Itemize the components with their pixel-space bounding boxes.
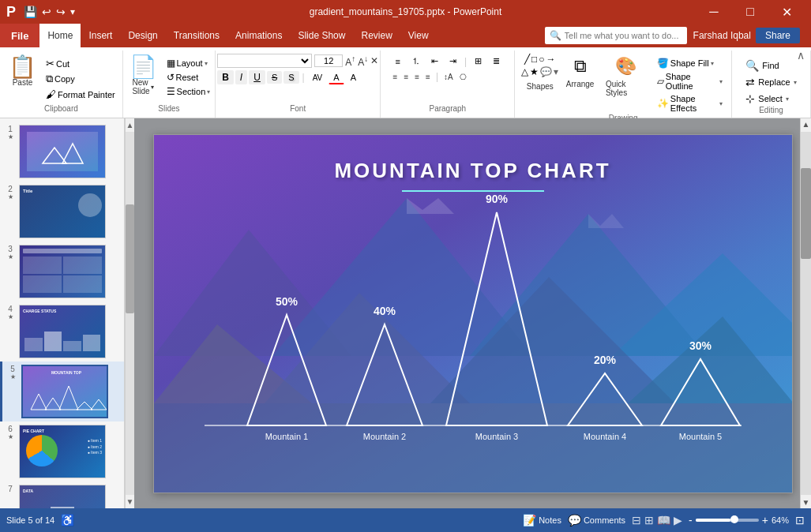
canvas-scroll-thumb[interactable] bbox=[801, 168, 811, 259]
shape-effects-button[interactable]: ✨ Shape Effects ▾ bbox=[655, 93, 725, 114]
font-ribbon-group: A↑ A↓ ✕ B I U S S | AV A A Font bbox=[216, 51, 381, 118]
fit-slide-button[interactable]: ⊡ bbox=[795, 514, 805, 526]
strikethrough-button[interactable]: S bbox=[267, 71, 282, 84]
bullets-button[interactable]: ≡ bbox=[391, 55, 405, 68]
slide-panel-scrollbar[interactable]: ▲ ▼ bbox=[125, 118, 134, 508]
tab-review[interactable]: Review bbox=[353, 24, 400, 47]
minimize-button[interactable]: ─ bbox=[696, 0, 732, 24]
svg-text:20%: 20% bbox=[593, 354, 616, 366]
shape-outline-button[interactable]: ▱ Shape Outline ▾ bbox=[655, 71, 725, 92]
underline-button[interactable]: U bbox=[249, 70, 265, 84]
canvas-scroll-up-button[interactable]: ▲ bbox=[801, 118, 811, 130]
zoom-slider[interactable] bbox=[696, 519, 759, 522]
slide-thumb-4[interactable]: 4 ★ CHARGE STATUS bbox=[0, 302, 124, 362]
canvas-scroll-track[interactable] bbox=[801, 132, 811, 495]
decrease-font-size-button[interactable]: A↓ bbox=[358, 54, 368, 68]
save-icon[interactable]: 💾 bbox=[24, 6, 37, 18]
slide-thumb-6[interactable]: 6 ★ PIE CHART ● Item 1● Item 2● Item 3 bbox=[0, 421, 124, 481]
canvas-scrollbar[interactable]: ▲ ▼ bbox=[800, 118, 811, 508]
main-area: 1 ★ 2 ★ Title bbox=[0, 118, 811, 508]
reading-view-button[interactable]: 📖 bbox=[657, 514, 670, 526]
shape-fill-icon: 🪣 bbox=[657, 58, 669, 69]
text-direction-button[interactable]: ↕A bbox=[441, 72, 456, 82]
text-highlight-button[interactable]: A bbox=[346, 71, 361, 84]
tab-animations[interactable]: Animations bbox=[227, 24, 290, 47]
slide-thumb-2[interactable]: 2 ★ Title bbox=[0, 182, 124, 242]
slide-thumb-3[interactable]: 3 ★ bbox=[0, 242, 124, 302]
clear-formatting-button[interactable]: ✕ bbox=[370, 55, 378, 66]
tab-design[interactable]: Design bbox=[120, 24, 165, 47]
new-slide-button[interactable]: 📄 New Slide ▾ bbox=[126, 54, 161, 98]
scroll-thumb[interactable] bbox=[126, 204, 134, 313]
find-button[interactable]: 🔍 Find bbox=[743, 58, 798, 73]
zoom-out-button[interactable]: - bbox=[689, 514, 693, 526]
zoom-slider-thumb[interactable] bbox=[730, 515, 738, 523]
file-menu-button[interactable]: File bbox=[0, 24, 39, 47]
customize-icon[interactable]: ▾ bbox=[70, 6, 75, 17]
format-painter-button[interactable]: 🖌 Format Painter bbox=[43, 88, 118, 101]
convert-smartart-button[interactable]: ⎔ bbox=[457, 72, 469, 82]
align-left-button[interactable]: ≡ bbox=[391, 72, 400, 82]
increase-indent-button[interactable]: ⇥ bbox=[445, 54, 461, 68]
slide-thumb-1[interactable]: 1 ★ bbox=[0, 122, 124, 182]
close-button[interactable]: ✕ bbox=[768, 0, 805, 24]
increase-font-size-button[interactable]: A↑ bbox=[345, 54, 355, 68]
font-color-button[interactable]: A bbox=[329, 71, 344, 84]
share-button[interactable]: Share bbox=[756, 28, 800, 43]
replace-button[interactable]: ⇄ Replace ▾ bbox=[743, 75, 798, 89]
paste-label: Paste bbox=[13, 78, 33, 87]
layout-button[interactable]: ▦ Layout ▾ bbox=[164, 57, 213, 69]
tab-insert[interactable]: Insert bbox=[81, 24, 120, 47]
shapes-palette[interactable]: ╱ □ ○ → △ ★ 💬 ▾ Shapes bbox=[521, 54, 558, 114]
select-button[interactable]: ⊹ Select ▾ bbox=[743, 92, 798, 106]
tab-home[interactable]: Home bbox=[39, 24, 81, 47]
arrange-button[interactable]: ⧉ Arrange bbox=[563, 54, 597, 114]
section-button[interactable]: ☰ Section ▾ bbox=[164, 85, 213, 98]
quick-styles-button[interactable]: 🎨 Quick Styles bbox=[602, 54, 650, 114]
bold-button[interactable]: B bbox=[217, 70, 234, 84]
scroll-track[interactable] bbox=[126, 132, 134, 495]
shadow-button[interactable]: S bbox=[283, 71, 298, 84]
undo-icon[interactable]: ↩ bbox=[42, 6, 51, 18]
zoom-in-button[interactable]: + bbox=[762, 514, 768, 526]
redo-icon[interactable]: ↪ bbox=[56, 6, 66, 18]
slide-preview-5: MOUNTAIN TOP bbox=[21, 365, 108, 418]
normal-view-button[interactable]: ⊟ bbox=[632, 514, 641, 526]
canvas-scroll-down-button[interactable]: ▼ bbox=[801, 496, 811, 508]
font-size-input[interactable] bbox=[314, 54, 343, 67]
slide-canvas[interactable]: MOUNTAIN TOP CHART 50% Mountain 1 40% Mo… bbox=[153, 134, 793, 493]
char-spacing-button[interactable]: AV bbox=[308, 72, 328, 84]
status-bar: Slide 5 of 14 ♿ 📝 Notes 💬 Comments ⊟ ⊞ 📖… bbox=[0, 508, 811, 532]
accessibility-icon[interactable]: ♿ bbox=[61, 514, 74, 526]
notes-button[interactable]: 📝 Notes bbox=[523, 514, 561, 526]
search-input[interactable] bbox=[565, 31, 682, 40]
decrease-indent-button[interactable]: ⇤ bbox=[426, 54, 443, 68]
copy-button[interactable]: ⧉ Copy bbox=[43, 72, 118, 86]
align-right-button[interactable]: ≡ bbox=[412, 72, 422, 82]
slide-sorter-button[interactable]: ⊞ bbox=[644, 514, 654, 526]
numbering-button[interactable]: ⒈ bbox=[407, 54, 425, 69]
tab-transitions[interactable]: Transitions bbox=[166, 24, 227, 47]
svg-text:Mountain 3: Mountain 3 bbox=[475, 432, 517, 441]
justify-button[interactable]: ≡ bbox=[423, 72, 433, 82]
align-center-button[interactable]: ≡ bbox=[401, 72, 411, 82]
search-box[interactable]: 🔍 bbox=[545, 27, 687, 44]
tab-slideshow[interactable]: Slide Show bbox=[290, 24, 353, 47]
slide-thumb-7[interactable]: 7 ★ DATA bbox=[0, 481, 124, 508]
columns-button[interactable]: ⊞ bbox=[470, 54, 486, 68]
collapse-ribbon-button[interactable]: ∧ bbox=[797, 49, 805, 62]
line-spacing-button[interactable]: ≣ bbox=[488, 54, 505, 68]
tab-view[interactable]: View bbox=[400, 24, 437, 47]
shapes-label[interactable]: Shapes bbox=[527, 82, 554, 91]
slide-thumb-5[interactable]: 5 ★ MOUNTAIN TOP bbox=[0, 362, 124, 421]
paste-button[interactable]: 📋 Paste bbox=[5, 54, 40, 89]
font-family-select[interactable] bbox=[217, 54, 312, 68]
maximize-button[interactable]: □ bbox=[732, 0, 768, 24]
comments-button[interactable]: 💬 Comments bbox=[568, 514, 625, 526]
shape-fill-button[interactable]: 🪣 Shape Fill ▾ bbox=[655, 57, 725, 69]
italic-button[interactable]: I bbox=[235, 70, 247, 84]
cut-button[interactable]: ✂ Cut bbox=[43, 57, 118, 70]
reset-button[interactable]: ↺ Reset bbox=[164, 71, 213, 84]
slideshow-view-button[interactable]: ▶ bbox=[674, 514, 682, 526]
svg-text:MOUNTAIN TOP: MOUNTAIN TOP bbox=[51, 370, 82, 375]
